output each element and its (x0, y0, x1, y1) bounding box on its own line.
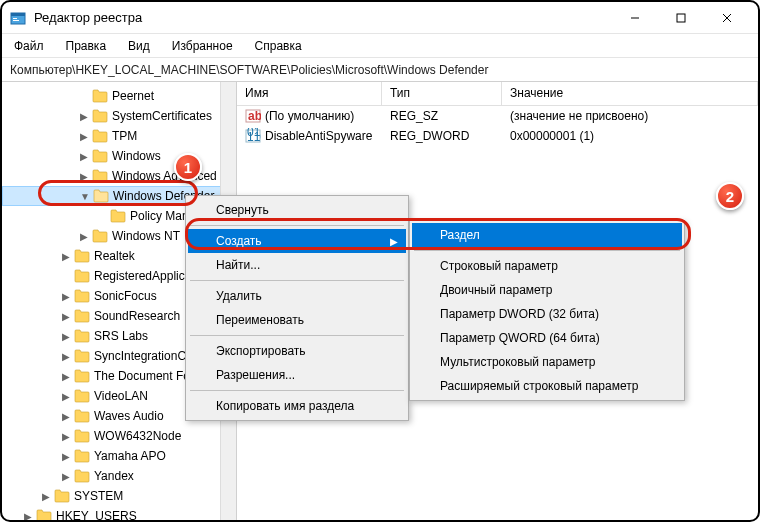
submenu-new: Раздел Строковый параметр Двоичный парам… (409, 220, 685, 401)
sub-expand[interactable]: Расширяемый строковый параметр (412, 374, 682, 398)
svg-rect-3 (13, 20, 19, 21)
tree-expander-icon[interactable]: ▶ (60, 370, 72, 382)
tree-expander-icon[interactable]: ▶ (60, 290, 72, 302)
tree-expander-icon[interactable]: ▶ (60, 410, 72, 422)
tree-expander-icon[interactable] (78, 90, 90, 102)
cell-value: 0x00000001 (1) (502, 128, 758, 144)
svg-rect-5 (677, 14, 685, 22)
svg-text:ab: ab (248, 109, 261, 123)
col-header-value[interactable]: Значение (502, 82, 758, 105)
tree-item-label: VideoLAN (94, 389, 148, 403)
cell-name: 011110DisableAntiSpyware (237, 127, 382, 145)
tree-item-label: Windows NT (112, 229, 180, 243)
tree-expander-icon[interactable]: ▶ (60, 250, 72, 262)
submenu-arrow-icon: ▶ (390, 236, 398, 247)
tree-expander-icon[interactable]: ▶ (78, 230, 90, 242)
tree-expander-icon[interactable]: ▶ (78, 130, 90, 142)
tree-expander-icon[interactable]: ▶ (60, 310, 72, 322)
menubar: Файл Правка Вид Избранное Справка (2, 34, 758, 58)
list-row[interactable]: 011110DisableAntiSpywareREG_DWORD0x00000… (237, 126, 758, 146)
tree-item[interactable]: ▶WOW6432Node (2, 426, 236, 446)
tree-item-label: SonicFocus (94, 289, 157, 303)
ctx-copy-key[interactable]: Копировать имя раздела (188, 394, 406, 418)
close-button[interactable] (704, 3, 750, 33)
list-rows: ab(По умолчанию)REG_SZ(значение не присв… (237, 106, 758, 146)
tree-expander-icon[interactable]: ▶ (78, 170, 90, 182)
cell-type: REG_DWORD (382, 128, 502, 144)
tree-expander-icon[interactable]: ▶ (60, 330, 72, 342)
context-menu: Свернуть Создать▶ Найти... Удалить Переи… (185, 195, 409, 421)
sub-dword[interactable]: Параметр DWORD (32 бита) (412, 302, 682, 326)
tree-expander-icon[interactable]: ▶ (40, 490, 52, 502)
tree-item[interactable]: ▶TPM (2, 126, 236, 146)
menu-file[interactable]: Файл (10, 37, 48, 55)
sub-key[interactable]: Раздел (412, 223, 682, 247)
annotation-badge-2: 2 (716, 182, 744, 210)
ctx-export[interactable]: Экспортировать (188, 339, 406, 363)
app-icon (10, 10, 26, 26)
tree-item[interactable]: ▶SYSTEM (2, 486, 236, 506)
cell-name: ab(По умолчанию) (237, 107, 382, 125)
cell-type: REG_SZ (382, 108, 502, 124)
tree-item[interactable]: ▶Yamaha APO (2, 446, 236, 466)
maximize-button[interactable] (658, 3, 704, 33)
tree-item-label: Realtek (94, 249, 135, 263)
tree-item-label: TPM (112, 129, 137, 143)
titlebar: Редактор реестра (2, 2, 758, 34)
svg-text:110: 110 (247, 130, 261, 144)
menu-view[interactable]: Вид (124, 37, 154, 55)
tree-item-label: SoundResearch (94, 309, 180, 323)
ctx-separator (190, 390, 404, 391)
ctx-new[interactable]: Создать▶ (188, 229, 406, 253)
tree-item-label: Peernet (112, 89, 154, 103)
tree-expander-icon[interactable] (60, 270, 72, 282)
tree-item-label: Windows Advanced … (112, 169, 232, 183)
ctx-separator (414, 250, 680, 251)
ctx-separator (190, 280, 404, 281)
sub-binary[interactable]: Двоичный параметр (412, 278, 682, 302)
tree-item[interactable]: ▶SystemCertificates (2, 106, 236, 126)
annotation-badge-1: 1 (174, 153, 202, 181)
tree-item[interactable]: ▶Yandex (2, 466, 236, 486)
tree-item-label: WOW6432Node (94, 429, 181, 443)
tree-item[interactable]: ▶HKEY_USERS (2, 506, 236, 520)
tree-item-label: Waves Audio (94, 409, 164, 423)
ctx-delete[interactable]: Удалить (188, 284, 406, 308)
tree-expander-icon[interactable]: ▶ (78, 150, 90, 162)
ctx-find[interactable]: Найти... (188, 253, 406, 277)
menu-edit[interactable]: Правка (62, 37, 111, 55)
tree-expander-icon[interactable]: ▶ (60, 350, 72, 362)
ctx-separator (190, 335, 404, 336)
tree-item-label: SRS Labs (94, 329, 148, 343)
sub-qword[interactable]: Параметр QWORD (64 бита) (412, 326, 682, 350)
tree-item-label: SYSTEM (74, 489, 123, 503)
tree-expander-icon[interactable]: ▶ (78, 110, 90, 122)
tree-expander-icon[interactable] (96, 210, 108, 222)
ctx-rename[interactable]: Переименовать (188, 308, 406, 332)
tree-expander-icon[interactable]: ▼ (79, 190, 91, 202)
tree-expander-icon[interactable]: ▶ (22, 510, 34, 520)
tree-item-label: HKEY_USERS (56, 509, 137, 520)
col-header-type[interactable]: Тип (382, 82, 502, 105)
list-header: Имя Тип Значение (237, 82, 758, 106)
ctx-permissions[interactable]: Разрешения... (188, 363, 406, 387)
address-bar[interactable]: Компьютер\HKEY_LOCAL_MACHINE\SOFTWARE\Po… (2, 58, 758, 82)
menu-favorites[interactable]: Избранное (168, 37, 237, 55)
minimize-button[interactable] (612, 3, 658, 33)
svg-rect-2 (13, 18, 17, 19)
ctx-separator (190, 225, 404, 226)
cell-value: (значение не присвоено) (502, 108, 758, 124)
sub-string[interactable]: Строковый параметр (412, 254, 682, 278)
sub-multi[interactable]: Мультистроковый параметр (412, 350, 682, 374)
col-header-name[interactable]: Имя (237, 82, 382, 105)
tree-item[interactable]: Peernet (2, 86, 236, 106)
tree-expander-icon[interactable]: ▶ (60, 430, 72, 442)
tree-expander-icon[interactable]: ▶ (60, 390, 72, 402)
tree-expander-icon[interactable]: ▶ (60, 470, 72, 482)
menu-help[interactable]: Справка (251, 37, 306, 55)
ctx-collapse[interactable]: Свернуть (188, 198, 406, 222)
address-text: Компьютер\HKEY_LOCAL_MACHINE\SOFTWARE\Po… (10, 63, 488, 77)
tree-expander-icon[interactable]: ▶ (60, 450, 72, 462)
list-row[interactable]: ab(По умолчанию)REG_SZ(значение не присв… (237, 106, 758, 126)
svg-rect-1 (11, 13, 25, 16)
